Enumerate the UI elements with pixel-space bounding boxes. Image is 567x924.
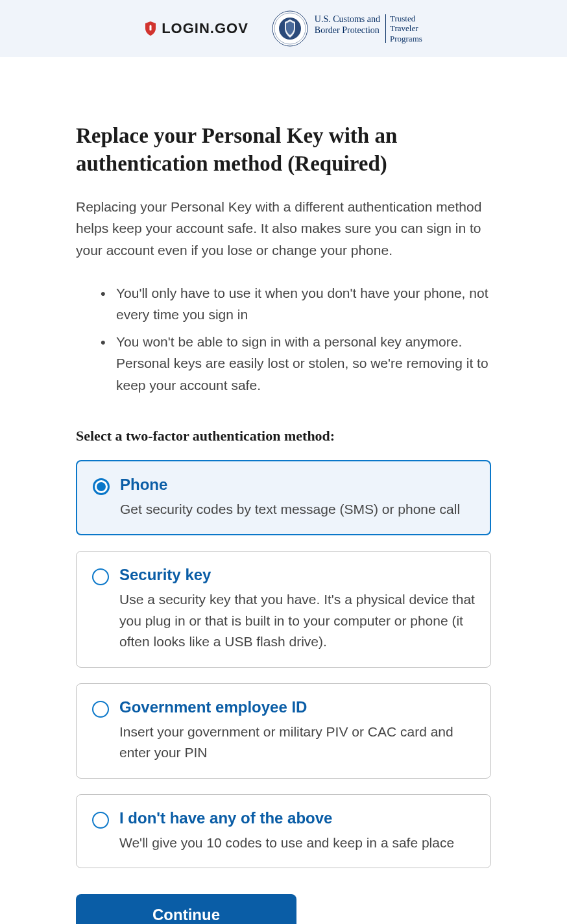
option-desc: We'll give you 10 codes to use and keep … <box>119 833 475 854</box>
bullet-item: You'll only have to use it when you don'… <box>108 282 491 326</box>
login-gov-logo[interactable]: LOGIN.GOV <box>145 20 248 37</box>
section-label: Select a two-factor authentication metho… <box>76 428 491 444</box>
bullet-list: You'll only have to use it when you don'… <box>76 282 491 396</box>
main-content: Replace your Personal Key with an authen… <box>63 57 504 924</box>
login-gov-text: LOGIN.GOV <box>162 20 248 37</box>
option-security-key[interactable]: Security key Use a security key that you… <box>76 551 491 668</box>
bullet-item: You won't be able to sign in with a pers… <box>108 331 491 396</box>
ttp-line1: Trusted <box>390 14 422 24</box>
ttp-line3: Programs <box>390 34 422 44</box>
intro-text: Replacing your Personal Key with a diffe… <box>76 196 491 261</box>
option-desc: Get security codes by text message (SMS)… <box>120 499 474 520</box>
cbp-seal-icon <box>272 10 308 47</box>
option-desc: Use a security key that you have. It's a… <box>119 589 475 653</box>
option-title: Phone <box>120 476 474 494</box>
page-title: Replace your Personal Key with an authen… <box>76 122 491 178</box>
radio-none[interactable] <box>92 812 109 829</box>
option-title: I don't have any of the above <box>119 809 475 827</box>
radio-gov-id[interactable] <box>92 701 109 718</box>
ttp-line2: Traveler <box>390 23 422 34</box>
radio-phone[interactable] <box>93 478 110 495</box>
cbp-ttp-logo[interactable]: U.S. Customs and Border Protection Trust… <box>272 10 422 47</box>
option-title: Security key <box>119 566 475 584</box>
cbp-line2: Border Protection <box>315 25 380 36</box>
option-desc: Insert your government or military PIV o… <box>119 722 475 764</box>
radio-security-key[interactable] <box>92 568 109 585</box>
cbp-line1: U.S. Customs and <box>315 14 380 25</box>
shield-icon <box>145 21 156 36</box>
option-gov-id[interactable]: Government employee ID Insert your gover… <box>76 683 491 779</box>
option-phone[interactable]: Phone Get security codes by text message… <box>76 460 491 536</box>
svg-point-1 <box>150 25 152 27</box>
option-title: Government employee ID <box>119 698 475 716</box>
header: LOGIN.GOV U.S. Customs and Border Protec… <box>0 0 567 57</box>
cbp-text-block: U.S. Customs and Border Protection Trust… <box>315 14 422 44</box>
continue-button[interactable]: Continue <box>76 894 296 924</box>
option-none[interactable]: I don't have any of the above We'll give… <box>76 794 491 869</box>
